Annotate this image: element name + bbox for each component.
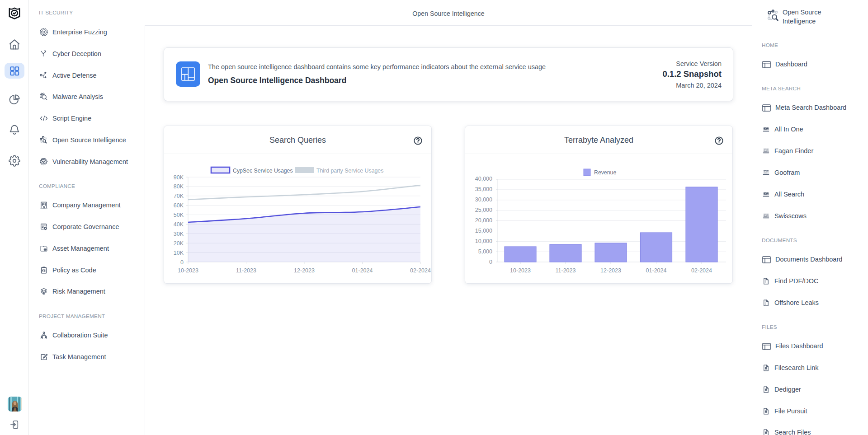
svg-text:10,000: 10,000 <box>475 238 492 244</box>
svg-text:20,000: 20,000 <box>475 217 492 224</box>
svg-text:10-2023: 10-2023 <box>510 267 531 274</box>
svg-text:20K: 20K <box>174 240 184 247</box>
svg-text:12-2023: 12-2023 <box>294 267 315 274</box>
svg-text:15,000: 15,000 <box>475 228 492 234</box>
svg-text:Revenue: Revenue <box>594 169 616 176</box>
svg-text:50K: 50K <box>174 212 184 218</box>
svg-text:12-2023: 12-2023 <box>600 267 621 274</box>
svg-text:CypSec Service Usages: CypSec Service Usages <box>233 168 293 174</box>
svg-text:01-2024: 01-2024 <box>352 267 373 274</box>
svg-text:11-2023: 11-2023 <box>556 267 576 274</box>
svg-text:90K: 90K <box>174 174 184 181</box>
svg-text:10K: 10K <box>174 250 184 256</box>
svg-text:02-2024: 02-2024 <box>410 267 431 274</box>
svg-text:60K: 60K <box>174 202 184 209</box>
svg-text:Third party Service Usages: Third party Service Usages <box>316 168 383 174</box>
svg-text:02-2024: 02-2024 <box>691 267 712 274</box>
svg-text:40K: 40K <box>174 221 184 228</box>
svg-text:01-2024: 01-2024 <box>646 267 667 274</box>
svg-text:40,000: 40,000 <box>475 176 492 182</box>
svg-text:5,000: 5,000 <box>478 248 492 255</box>
svg-text:10-2023: 10-2023 <box>178 267 198 274</box>
svg-text:35,000: 35,000 <box>475 186 492 192</box>
svg-text:80K: 80K <box>174 183 184 190</box>
svg-text:0: 0 <box>489 259 492 265</box>
svg-text:30,000: 30,000 <box>475 196 492 203</box>
svg-text:70K: 70K <box>174 193 184 199</box>
svg-text:0: 0 <box>180 259 184 266</box>
svg-text:11-2023: 11-2023 <box>236 267 256 274</box>
svg-text:25,000: 25,000 <box>475 207 492 213</box>
svg-text:30K: 30K <box>174 231 184 237</box>
